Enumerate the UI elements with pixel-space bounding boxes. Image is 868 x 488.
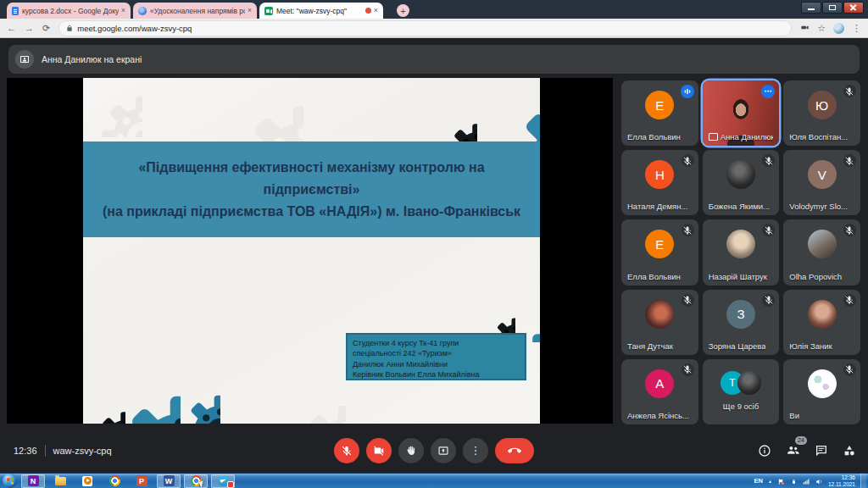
- notification-badge: [227, 481, 234, 488]
- taskbar-app-media-player[interactable]: [75, 474, 99, 488]
- forward-icon[interactable]: →: [25, 24, 34, 33]
- participant-tile[interactable]: ААнжела Ясінсь...: [621, 359, 698, 424]
- participant-tile[interactable]: ЗЗоряна Царева: [703, 290, 780, 355]
- meet-right-controls: 24: [758, 443, 856, 458]
- back-icon[interactable]: ←: [7, 24, 16, 33]
- new-tab-button[interactable]: +: [397, 4, 409, 17]
- mic-off-icon: [843, 363, 856, 376]
- participant-tile[interactable]: Божена Якими...: [703, 150, 780, 215]
- participant-avatar: Ю: [808, 91, 837, 119]
- mouse-cursor-icon: [199, 480, 205, 488]
- meeting-time: 12:36: [14, 446, 37, 456]
- taskbar-app-chrome[interactable]: [103, 474, 126, 488]
- participant-tile[interactable]: ЕЕлла Вольвин: [621, 80, 698, 146]
- taskbar-app-explorer[interactable]: [48, 474, 72, 488]
- tab-title: «Удосконалення напрямів розв...: [150, 7, 245, 15]
- close-window-button[interactable]: [843, 2, 864, 14]
- participant-tile[interactable]: Назарій Шатрук: [703, 219, 780, 285]
- participant-count-badge: 24: [795, 436, 807, 445]
- participant-tile[interactable]: ТЩе 9 осіб: [703, 359, 780, 424]
- action-center-flag-icon[interactable]: [777, 474, 785, 488]
- language-indicator[interactable]: EN: [754, 477, 763, 485]
- present-button[interactable]: [431, 438, 456, 463]
- participants-icon[interactable]: 24: [786, 443, 800, 458]
- participant-tile[interactable]: Юлія Заник: [783, 290, 860, 355]
- clock-time: 12:36: [828, 474, 855, 481]
- participant-name: Юлія Заник: [789, 341, 832, 351]
- tab-title: Meet: "waw-zsvy-cpq": [276, 7, 363, 15]
- slide-title-line: (на прикладі підприємства ТОВ «НАДІЯ») м…: [95, 201, 528, 223]
- tab-close-icon[interactable]: ×: [248, 7, 252, 14]
- google-meet-icon: [264, 7, 273, 15]
- browser-tab[interactable]: Meet: "waw-zsvy-cpq"×: [259, 3, 383, 19]
- participant-avatar: [645, 300, 674, 329]
- gear-decoration: [480, 241, 540, 342]
- browser-tab[interactable]: «Удосконалення напрямів розв...×: [133, 3, 257, 19]
- mic-off-icon: [762, 294, 775, 307]
- meeting-details-icon[interactable]: [758, 444, 771, 458]
- chat-icon[interactable]: [815, 444, 828, 458]
- participant-avatar: V: [808, 160, 837, 189]
- toolbar-right: ☆ ⋮: [800, 20, 861, 36]
- address-bar[interactable]: meet.google.com/waw-zsvy-cpq: [58, 20, 792, 36]
- tab-strip: курсова 2.docx - Google Докум...×«Удоско…: [7, 3, 383, 19]
- gear-decoration: [253, 358, 346, 424]
- bookmark-star-icon[interactable]: ☆: [817, 24, 826, 33]
- browser-tab[interactable]: курсова 2.docx - Google Докум...×: [7, 3, 131, 19]
- participant-tile[interactable]: ННаталя Демян...: [621, 150, 698, 215]
- power-icon[interactable]: [790, 474, 798, 488]
- participant-tile[interactable]: ЕЕлла Вольвин: [621, 219, 698, 285]
- camera-off-button[interactable]: [366, 438, 392, 463]
- mic-off-icon: [682, 363, 694, 376]
- participant-tile[interactable]: Olha Popovich: [783, 219, 860, 285]
- participant-avatar: [726, 160, 755, 189]
- taskbar-app-onenote[interactable]: N: [21, 474, 45, 488]
- overflow-avatars: Т: [721, 371, 761, 395]
- browser-profile-avatar[interactable]: [833, 23, 844, 34]
- meet-control-bar: 12:36 waw-zsvy-cpq ⋮ 24: [0, 428, 868, 473]
- more-options-button[interactable]: ⋮: [463, 438, 488, 463]
- divider: [45, 445, 46, 457]
- tab-title: курсова 2.docx - Google Докум...: [22, 7, 119, 15]
- tab-camera-indicator-icon[interactable]: [800, 20, 810, 36]
- mic-off-icon: [762, 224, 775, 236]
- participant-tile[interactable]: Анна Данилюк⋯: [703, 80, 780, 146]
- taskbar-app-word[interactable]: W: [157, 474, 181, 488]
- volume-icon[interactable]: [815, 474, 823, 488]
- start-button[interactable]: [3, 474, 17, 488]
- participant-name: Таня Дутчак: [627, 341, 673, 351]
- participant-tile[interactable]: Ви: [783, 359, 860, 424]
- tab-close-icon[interactable]: ×: [374, 7, 378, 14]
- browser-titlebar: курсова 2.docx - Google Докум...×«Удоско…: [0, 0, 868, 19]
- minimize-button[interactable]: [801, 2, 821, 14]
- taskbar-app-chrome-active[interactable]: [184, 474, 208, 488]
- participant-name: Volodymyr Slo...: [789, 202, 848, 211]
- taskbar-app-telegram[interactable]: [211, 474, 235, 488]
- participant-avatar: [726, 230, 755, 258]
- presenting-banner: Анна Данилюк на екрані: [8, 45, 860, 74]
- browser-menu-icon[interactable]: ⋮: [852, 24, 861, 33]
- more-vertical-icon: ⋮: [470, 444, 481, 457]
- participant-tile[interactable]: VVolodymyr Slo...: [783, 150, 860, 215]
- show-desktop-button[interactable]: [860, 474, 866, 488]
- tab-close-icon[interactable]: ×: [121, 7, 125, 14]
- taskbar-app-powerpoint[interactable]: P: [130, 474, 153, 488]
- taskbar-clock[interactable]: 12:36 12.11.2021: [828, 474, 855, 488]
- participant-tile[interactable]: Таня Дутчак: [621, 290, 698, 355]
- mic-off-icon: [682, 154, 694, 167]
- slide-info-line: Керівник Вольвин Елла Михайлівна: [353, 369, 520, 380]
- participant-tile[interactable]: ЮЮля Воспітан...: [783, 80, 860, 146]
- raise-hand-button[interactable]: [398, 438, 424, 463]
- maximize-button[interactable]: [822, 2, 843, 14]
- network-icon[interactable]: [803, 474, 810, 488]
- participant-avatar: [808, 230, 837, 258]
- mic-off-button[interactable]: [334, 438, 359, 463]
- participant-avatar: Е: [645, 230, 674, 258]
- activities-icon[interactable]: [843, 444, 856, 458]
- participant-avatar: Н: [645, 160, 674, 189]
- leave-call-button[interactable]: [495, 438, 534, 463]
- tray-expand-icon[interactable]: ▲: [768, 479, 772, 484]
- reload-icon[interactable]: ⟳: [42, 24, 50, 33]
- presenting-icon: [709, 133, 718, 141]
- speaking-indicator-icon: [681, 85, 694, 98]
